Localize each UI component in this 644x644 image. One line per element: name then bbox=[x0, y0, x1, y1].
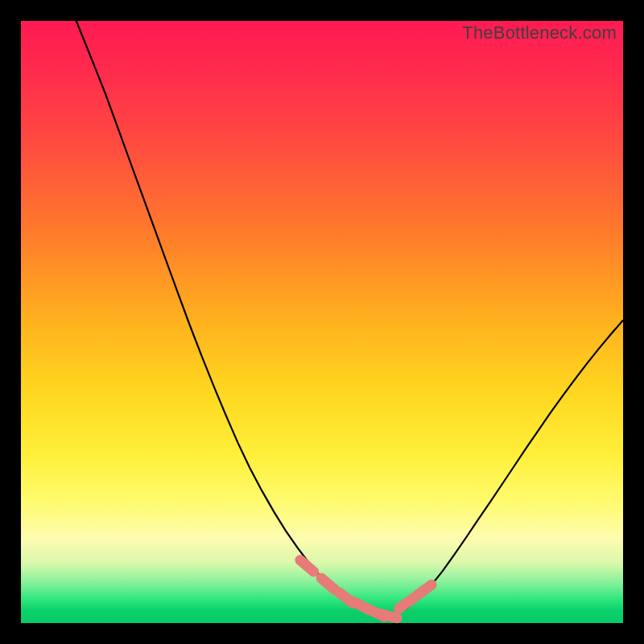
svg-line-5 bbox=[380, 613, 397, 617]
svg-line-6 bbox=[399, 598, 414, 609]
svg-line-1 bbox=[321, 578, 335, 589]
svg-line-7 bbox=[417, 584, 431, 595]
plot-area: TheBottleneck.com bbox=[21, 21, 623, 623]
curve-markers bbox=[21, 21, 623, 623]
svg-line-0 bbox=[300, 560, 314, 572]
chart-frame: TheBottleneck.com bbox=[0, 0, 644, 644]
